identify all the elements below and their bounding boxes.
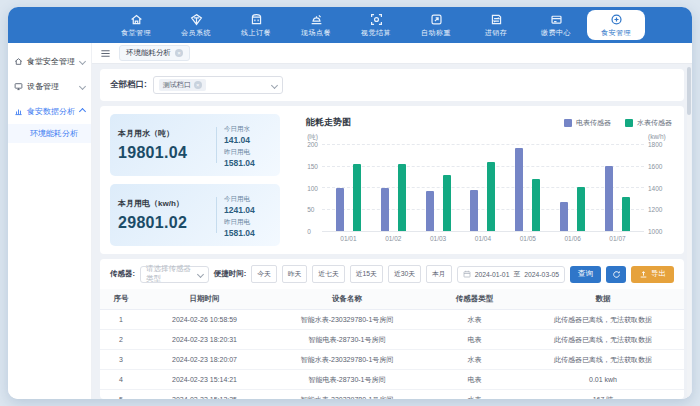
query-table-card: 传感器: 请选择传感器类型 便捷时间: 今天 昨天 近七天 近15天 近30天 … xyxy=(100,259,684,399)
vertical-scrollbar[interactable] xyxy=(687,67,691,397)
electric-swatch xyxy=(564,119,572,127)
scrollbar-thumb[interactable] xyxy=(687,67,691,115)
table-row[interactable]: 1 2024-02-26 10:58:59 智能水表-230329780-1号房… xyxy=(100,310,684,330)
bar-水表传感器-01/03[interactable] xyxy=(443,175,451,231)
right-y-axis: (kw/h) 1800 1600 1400 1200 1000 xyxy=(644,133,674,246)
stall-filter-label: 全部档口: xyxy=(110,79,147,91)
bar-电表传感器-01/04[interactable] xyxy=(470,190,478,231)
cell-sensor-type: 水表 xyxy=(427,390,522,400)
bar-水表传感器-01/02[interactable] xyxy=(398,164,406,231)
tag-close-icon[interactable]: × xyxy=(194,81,202,89)
menu-fold-icon[interactable] xyxy=(100,48,111,59)
electric-stat-main: 本月用电（kw/h） 29801.02 xyxy=(118,198,209,232)
online-order-icon xyxy=(250,13,263,26)
bar-电表传感器-01/02[interactable] xyxy=(381,188,389,231)
divider xyxy=(216,197,217,233)
yesterday-label: 昨日用电 xyxy=(224,148,272,157)
cell-datetime: 2024-02-23 18:20:07 xyxy=(142,350,267,370)
nav-label: 自动称重 xyxy=(421,28,451,38)
bar-电表传感器-01/05[interactable] xyxy=(515,148,523,231)
table-row[interactable]: 5 2024-02-23 15:13:25 智能水表-230329780-1号房… xyxy=(100,390,684,400)
onsite-order-icon xyxy=(310,13,323,26)
date-range-picker[interactable]: 2024-01-01 至 2024-03-05 xyxy=(457,266,565,283)
nav-item-member-system[interactable]: 会员系统 xyxy=(167,7,225,43)
tab-close-icon[interactable]: × xyxy=(175,49,183,57)
sidebar-item-device-mgmt[interactable]: 设备管理 xyxy=(8,74,91,99)
sidebar-subitem-env-energy[interactable]: 环境能耗分析 xyxy=(8,124,91,143)
quick-btn-today[interactable]: 今天 xyxy=(251,265,277,283)
bar-group-01/05 xyxy=(515,145,540,231)
chevron-down-icon xyxy=(271,81,278,88)
table-row[interactable]: 4 2024-02-23 15:14:21 智能电表-28730-1号房间 电表… xyxy=(100,370,684,390)
quick-btn-this-month[interactable]: 本月 xyxy=(426,265,452,283)
cell-device: 智能电表-28730-1号房间 xyxy=(267,370,427,390)
chart-title: 能耗走势图 xyxy=(306,116,351,129)
electric-stat-title: 本月用电（kw/h） xyxy=(118,198,209,209)
x-label: 01/01 xyxy=(340,235,356,246)
table-body: 1 2024-02-26 10:58:59 智能水表-230329780-1号房… xyxy=(100,310,684,400)
cell-device: 智能水表-230329780-1号房间 xyxy=(267,350,427,370)
sidebar-item-data-analysis[interactable]: 食安数据分析 xyxy=(8,99,91,124)
col-header-datetime: 日期时间 xyxy=(142,289,267,310)
sidebar-item-canteen-safety[interactable]: 食堂安全管理 xyxy=(8,49,91,74)
home-icon xyxy=(130,13,143,26)
refresh-button[interactable] xyxy=(606,266,626,283)
bar-水表传感器-01/01[interactable] xyxy=(353,164,361,231)
col-header-index: 序号 xyxy=(100,289,142,310)
quick-btn-15days[interactable]: 近15天 xyxy=(350,265,383,283)
cell-data: 此传感器已离线，无法获取数据 xyxy=(522,330,684,350)
bar-电表传感器-01/03[interactable] xyxy=(426,191,434,231)
query-row: 传感器: 请选择传感器类型 便捷时间: 今天 昨天 近七天 近15天 近30天 … xyxy=(100,259,684,289)
shield-home-icon xyxy=(14,57,23,66)
bar-水表传感器-01/05[interactable] xyxy=(532,179,540,231)
nav-item-canteen-mgmt[interactable]: 食堂管理 xyxy=(107,7,165,43)
search-button[interactable]: 查询 xyxy=(570,266,601,283)
nav-item-inventory[interactable]: 进销存 xyxy=(467,7,525,43)
col-header-sensor-type: 传感器类型 xyxy=(427,289,522,310)
quick-btn-yesterday[interactable]: 昨天 xyxy=(282,265,308,283)
bar-水表传感器-01/07[interactable] xyxy=(622,197,630,231)
x-label: 01/07 xyxy=(609,235,625,246)
chart-legend: 电表传感器 水表传感器 xyxy=(564,118,672,128)
nav-item-payment-center[interactable]: 缴费中心 xyxy=(527,7,585,43)
bar-水表传感器-01/04[interactable] xyxy=(487,162,495,231)
bar-电表传感器-01/06[interactable] xyxy=(560,202,568,231)
table-row[interactable]: 2 2024-02-23 18:20:31 智能电表-28730-1号房间 电表… xyxy=(100,330,684,350)
sensor-type-select[interactable]: 请选择传感器类型 xyxy=(140,266,209,283)
cell-index: 3 xyxy=(100,350,142,370)
quick-btn-7days[interactable]: 近七天 xyxy=(312,265,344,283)
cell-sensor-type: 电表 xyxy=(427,370,522,390)
nav-item-vision-checkout[interactable]: 视觉结算 xyxy=(347,7,405,43)
stall-filter-card: 全部档口: 测试档口 × xyxy=(100,69,684,101)
nav-item-online-order[interactable]: 线上订餐 xyxy=(227,7,285,43)
nav-item-auto-weigh[interactable]: 自动称重 xyxy=(407,7,465,43)
legend-water[interactable]: 水表传感器 xyxy=(625,118,672,128)
main-area: 环境能耗分析 × 全部档口: 测试档口 × xyxy=(92,43,692,399)
cell-datetime: 2024-02-26 10:58:59 xyxy=(142,310,267,330)
cell-sensor-type: 电表 xyxy=(427,330,522,350)
electric-stat-value: 29801.02 xyxy=(118,214,209,232)
chart-header: 能耗走势图 电表传感器 水表传感器 xyxy=(306,116,672,129)
x-label: 01/06 xyxy=(565,235,581,246)
export-button[interactable]: 导出 xyxy=(631,266,674,283)
cell-sensor-type: 水表 xyxy=(427,350,522,370)
table-row[interactable]: 3 2024-02-23 18:20:07 智能水表-230329780-1号房… xyxy=(100,350,684,370)
water-stat-card: 本月用水（吨） 19801.04 今日用水 141.04 昨日用电 1581.0… xyxy=(110,114,280,176)
x-axis-labels: 01/01 01/02 01/03 01/04 01/05 01/06 01/0… xyxy=(322,232,644,246)
stall-select[interactable]: 测试档口 × xyxy=(153,76,283,94)
bar-group-01/02 xyxy=(381,145,406,231)
date-start: 2024-01-01 xyxy=(475,271,510,278)
bar-电表传感器-01/01[interactable] xyxy=(336,188,344,231)
bar-水表传感器-01/06[interactable] xyxy=(577,187,585,231)
sensor-data-table: 序号 日期时间 设备名称 传感器类型 数据 1 2024-02-26 10:58… xyxy=(100,289,684,399)
legend-electric[interactable]: 电表传感器 xyxy=(564,118,611,128)
tab-env-energy[interactable]: 环境能耗分析 × xyxy=(119,45,190,61)
quick-btn-30days[interactable]: 近30天 xyxy=(388,265,421,283)
nav-item-onsite-order[interactable]: 现场点餐 xyxy=(287,7,345,43)
nav-item-food-safety[interactable]: 食安管理 xyxy=(587,10,645,40)
quick-time-label: 便捷时间: xyxy=(214,269,247,279)
bar-电表传感器-01/07[interactable] xyxy=(605,166,613,231)
today-water-label: 今日用水 xyxy=(224,125,272,134)
inventory-icon xyxy=(490,13,503,26)
yesterday-value: 1581.04 xyxy=(224,228,272,238)
